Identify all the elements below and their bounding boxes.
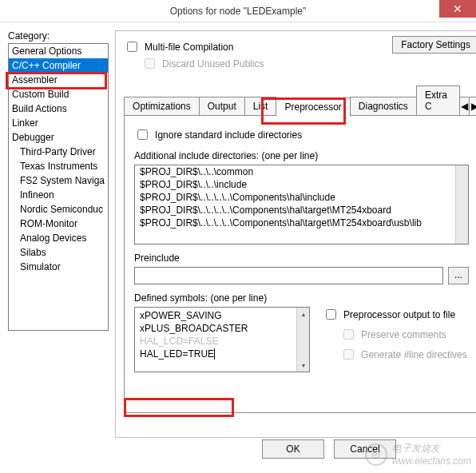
category-item[interactable]: Debugger: [9, 130, 108, 145]
category-item[interactable]: FS2 System Naviga: [9, 173, 108, 188]
close-button[interactable]: ✕: [439, 0, 476, 18]
preserve-checkbox: Preserve comments: [340, 327, 446, 342]
multifile-checkbox[interactable]: Multi-file Compilation: [124, 39, 233, 54]
ignore-std-checkbox[interactable]: Ignore standard include directories: [134, 127, 302, 142]
tab-strip: Optimizations Output List Preprocessor D…: [124, 85, 476, 116]
watermark: ef 电子发烧友 www.elecfans.com: [365, 442, 471, 467]
preserve-label: Preserve comments: [361, 329, 446, 340]
watermark-text: 电子发烧友: [392, 442, 471, 455]
discard-unused-checkbox: Discard Unused Publics: [141, 56, 264, 71]
category-item[interactable]: Assembler: [9, 73, 108, 87]
genline-label: Generate #line directives: [361, 349, 467, 360]
watermark-url: www.elecfans.com: [392, 455, 471, 467]
category-item[interactable]: Custom Build: [9, 87, 108, 101]
ppout-label: Preprocessor output to file: [343, 309, 455, 320]
category-item[interactable]: Third-Party Driver: [9, 145, 108, 159]
list-item[interactable]: $PROJ_DIR$\..\..\..\..\Components\hal\in…: [135, 191, 468, 204]
tab-optimizations[interactable]: Optimizations: [124, 97, 200, 115]
add-dirs-listbox[interactable]: $PROJ_DIR$\..\..\common $PROJ_DIR$\..\..…: [134, 165, 469, 244]
scroll-up-icon[interactable]: ▴: [297, 308, 310, 320]
category-item[interactable]: Texas Instruments: [9, 159, 108, 173]
category-item[interactable]: Build Actions: [9, 101, 108, 116]
scrollbar[interactable]: ▴ ▾: [296, 308, 309, 372]
category-label: Category:: [8, 30, 109, 42]
category-item[interactable]: General Options: [9, 44, 108, 58]
scrollbar[interactable]: [455, 165, 468, 244]
category-item[interactable]: ROM-Monitor: [9, 217, 108, 231]
category-list[interactable]: General Options C/C++ Compiler Assembler…: [8, 43, 109, 331]
category-item[interactable]: Infineon: [9, 188, 108, 202]
defined-symbols-listbox[interactable]: xPOWER_SAVING xPLUS_BROADCASTER HAL_LCD=…: [134, 307, 310, 372]
category-item[interactable]: Analog Devices: [9, 231, 108, 245]
genline-checkbox: Generate #line directives: [340, 347, 467, 362]
tab-list[interactable]: List: [244, 97, 277, 115]
category-item[interactable]: Silabs: [9, 245, 108, 260]
preinclude-input[interactable]: [134, 267, 443, 284]
browse-button[interactable]: ...: [448, 267, 469, 284]
defsym-label: Defined symbols: (one per line): [134, 292, 469, 304]
factory-settings-button[interactable]: Factory Settings: [392, 36, 476, 54]
list-item[interactable]: HAL_LCD=FALSE: [135, 335, 309, 348]
tab-output[interactable]: Output: [199, 97, 245, 115]
tab-scroll-right[interactable]: ▶: [469, 97, 476, 115]
tab-diagnostics[interactable]: Diagnostics: [350, 97, 417, 115]
ignore-std-label: Ignore standard include directories: [155, 129, 302, 141]
list-item[interactable]: xPLUS_BROADCASTER: [135, 322, 309, 335]
tab-preprocessor[interactable]: Preprocessor: [276, 97, 350, 116]
preinclude-label: Preinclude: [134, 252, 469, 264]
category-item-selected[interactable]: C/C++ Compiler: [9, 58, 108, 73]
multifile-label: Multi-file Compilation: [145, 42, 233, 53]
discard-unused-label: Discard Unused Publics: [162, 58, 264, 70]
category-item[interactable]: Linker: [9, 116, 108, 130]
list-item[interactable]: HAL_LED=TRUE: [135, 348, 309, 360]
ppout-checkbox[interactable]: Preprocessor output to file: [323, 307, 455, 322]
ok-button[interactable]: OK: [262, 439, 324, 459]
category-item[interactable]: Nordic Semiconduc: [9, 202, 108, 217]
list-item[interactable]: $PROJ_DIR$\..\..\..\..\Components\hal\ta…: [135, 204, 468, 217]
list-item[interactable]: $PROJ_DIR$\..\..\common: [135, 165, 468, 178]
tab-scroll-left[interactable]: ◀: [459, 97, 470, 115]
list-item[interactable]: xPOWER_SAVING: [135, 309, 309, 322]
category-item[interactable]: Simulator: [9, 260, 108, 274]
tab-extra[interactable]: Extra C: [416, 85, 460, 115]
scroll-down-icon[interactable]: ▾: [297, 359, 310, 372]
watermark-icon: ef: [365, 443, 387, 466]
list-item[interactable]: $PROJ_DIR$\..\..\..\..\Components\hal\ta…: [135, 217, 468, 229]
add-dirs-label: Additional include directories: (one per…: [134, 150, 469, 161]
list-item[interactable]: $PROJ_DIR$\..\..\include: [135, 178, 468, 191]
window-title: Options for node "LEDExample": [0, 6, 476, 17]
